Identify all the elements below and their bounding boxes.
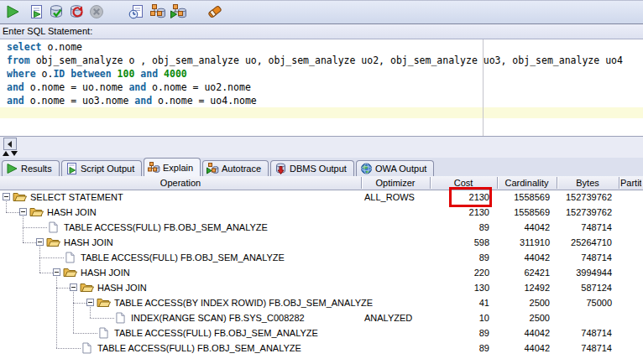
rollback-button[interactable] [68, 3, 85, 20]
column-separator[interactable] [557, 177, 557, 189]
optimizer-value [364, 295, 426, 310]
plan-row[interactable]: HASH JOIN59831191025264710 [0, 235, 643, 250]
column-header-cardinality[interactable]: Cardinality [499, 176, 555, 190]
column-separator[interactable] [361, 177, 362, 189]
cost-value: 41 [428, 295, 489, 310]
cancel-icon [88, 3, 105, 20]
commit-icon [48, 3, 65, 20]
tab-label: Explain [163, 163, 193, 173]
plan-row[interactable]: TABLE ACCESS(FULL) FB.OBJ_SEM_ANALYZE894… [0, 250, 643, 265]
sql-line: where o.ID between 100 and 4000 [7, 67, 643, 81]
tree-line [73, 303, 86, 304]
operation-label: SELECT STATEMENT [30, 190, 123, 205]
run-script-button[interactable] [28, 3, 44, 20]
tab-label: DBMS Output [290, 164, 347, 174]
operation-label: HASH JOIN [47, 205, 97, 220]
panel-splitter[interactable] [0, 150, 643, 158]
cardinality-value: 2500 [495, 295, 550, 310]
column-separator[interactable] [497, 177, 498, 189]
owa-globe-icon [360, 163, 373, 174]
bytes-value: 25264710 [555, 235, 612, 250]
plan-row[interactable]: TABLE ACCESS(BY INDEX ROWID) FB.OBJ_SEM_… [0, 295, 643, 310]
collapse-minus-icon[interactable] [86, 299, 94, 306]
splitter-up-icon[interactable] [3, 151, 9, 156]
folder-icon [80, 282, 94, 293]
column-separator[interactable] [619, 177, 619, 189]
explain-plan-button[interactable] [149, 3, 166, 20]
tab-script-output[interactable]: Script Output [61, 160, 142, 176]
tab-explain[interactable]: Explain [144, 158, 201, 176]
column-header-partit[interactable]: Partit [620, 176, 641, 190]
folder-icon [29, 206, 44, 217]
worksheet-toolbar [0, 1, 643, 24]
plan-row[interactable]: HASH JOIN21301558569152739762 [0, 205, 643, 220]
collapse-minus-icon[interactable] [53, 268, 60, 276]
operation-label: HASH JOIN [81, 265, 130, 280]
tab-dbms-output[interactable]: DBMS Output [270, 160, 354, 176]
tab-owa-output[interactable]: OWA Output [356, 160, 434, 176]
autotrace-button[interactable] [170, 3, 187, 20]
plan-row[interactable]: INDEX(RANGE SCAN) FB.SYS_C008282ANALYZED… [0, 310, 643, 325]
collapse-minus-icon[interactable] [19, 208, 27, 216]
optimizer-value [364, 250, 426, 265]
plan-row[interactable]: HASH JOIN13012492587124 [0, 280, 643, 295]
collapse-minus-icon[interactable] [36, 238, 44, 246]
column-header-bytes[interactable]: Bytes [558, 176, 617, 190]
cardinality-value: 44042 [495, 250, 550, 265]
collapse-minus-icon[interactable] [70, 283, 77, 291]
autotrace-icon [170, 3, 187, 20]
cardinality-value: 1558569 [495, 190, 550, 205]
folder-icon [97, 297, 111, 308]
run-script-icon [28, 3, 44, 20]
column-separator[interactable] [430, 177, 431, 189]
tab-autotrace[interactable]: Autotrace [202, 160, 269, 176]
commit-button[interactable] [48, 3, 65, 20]
column-header-cost[interactable]: Cost [431, 176, 495, 190]
document-icon [116, 312, 125, 324]
collapse-minus-icon[interactable] [3, 193, 10, 200]
sql-line: and o.nome = uo.nome and o.nome = uo2.no… [7, 81, 643, 94]
operation-label: TABLE ACCESS(BY INDEX ROWID) FB.OBJ_SEM_… [114, 295, 373, 310]
splitter-down-icon[interactable] [11, 151, 18, 156]
operation-label: TABLE ACCESS(FULL) FB.OBJ_SEM_ANALYZE [64, 220, 268, 235]
cardinality-value: 1558569 [495, 205, 550, 220]
scroll-left-arrow-icon[interactable] [3, 138, 17, 150]
bytes-value: 152739762 [555, 205, 612, 220]
cost-value: 130 [428, 280, 489, 295]
document-icon [99, 327, 108, 339]
plan-row[interactable]: SELECT STATEMENTALL_ROWS2130155856915273… [0, 190, 643, 205]
cardinality-value: 12492 [495, 280, 550, 295]
run-statement-button[interactable] [4, 3, 21, 20]
sql-editor[interactable]: select o.nomefrom obj_sem_analyze o , ob… [0, 39, 643, 136]
clear-icon [206, 3, 223, 20]
column-header-optimizer[interactable]: Optimizer [363, 176, 428, 190]
operation-label: TABLE ACCESS(FULL) FB.OBJ_SEM_ANALYZE [97, 341, 301, 356]
tree-line [56, 277, 57, 348]
bytes-value: 587124 [555, 280, 612, 295]
editor-horizontal-scrollbar[interactable] [0, 136, 643, 151]
explain-plan-icon [149, 3, 166, 20]
operation-label: TABLE ACCESS(FULL) FB.OBJ_SEM_ANALYZE [81, 250, 285, 265]
tree-line [73, 333, 97, 334]
tree-line [56, 348, 81, 349]
run-icon [4, 3, 21, 20]
explain-tree-icon [148, 162, 160, 174]
clear-button[interactable] [206, 3, 223, 20]
tab-results[interactable]: Results [2, 160, 60, 176]
plan-row[interactable]: HASH JOIN220624213994944 [0, 265, 643, 280]
tree-line [23, 227, 47, 228]
cardinality-value: 62421 [495, 265, 550, 280]
sql-statement-label: Enter SQL Statement: [3, 26, 92, 36]
plan-row[interactable]: TABLE ACCESS(FULL) FB.OBJ_SEM_ANALYZE894… [0, 341, 643, 356]
column-header-operation[interactable]: Operation [2, 176, 359, 190]
sql-worksheet-window: Enter SQL Statement: select o.nomefrom o… [0, 0, 643, 364]
tab-label: Script Output [81, 164, 134, 174]
plan-row[interactable]: TABLE ACCESS(FULL) FB.OBJ_SEM_ANALYZE894… [0, 325, 643, 341]
optimizer-value: ALL_ROWS [364, 190, 426, 205]
script-output-icon [65, 163, 78, 174]
operation-label: HASH JOIN [97, 280, 147, 295]
sql-history-button[interactable] [128, 3, 144, 20]
plan-row[interactable]: TABLE ACCESS(FULL) FB.OBJ_SEM_ANALYZE894… [0, 220, 643, 235]
document-icon [82, 342, 91, 354]
rollback-icon [68, 3, 85, 20]
